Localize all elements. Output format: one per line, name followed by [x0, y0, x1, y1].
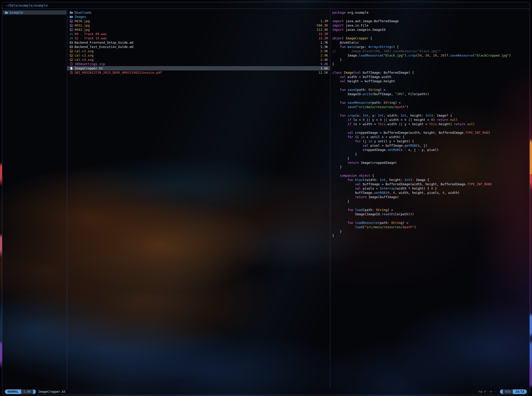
code-line: fun crop(x: Int, y: Int, width: Int, hei… — [330, 113, 529, 118]
file-size-badge: 1.6K — [21, 389, 33, 394]
code-line: buffImage.setRGB(0, 0, width, height, pi… — [330, 191, 529, 195]
powerline-arrow-icon — [33, 389, 36, 394]
code-line: import javax.imageio.ImageIO — [330, 28, 529, 32]
code-line: load("src/main/resources/$path") — [330, 225, 529, 229]
status-right: -rw-r--r-- 93% 14/15 — [476, 389, 527, 394]
code-line: } — [330, 199, 529, 203]
scroll-percent-badge: 93% — [503, 389, 513, 394]
file-name: example — [10, 10, 64, 15]
code-line: for (j in y until y + height) { — [330, 139, 529, 143]
file-row[interactable]: IDEAsettings.zip5.2K — [67, 62, 330, 66]
code-line: import java.io.File — [330, 23, 529, 28]
pdf-icon — [70, 71, 74, 74]
code-line: croppedImage.setRGB(i - x, j - y, pixel) — [330, 148, 529, 152]
file-size: 586.3K — [317, 23, 328, 28]
file-size: 1.3M — [320, 19, 328, 23]
file-name: cal-c1.svg — [74, 49, 317, 53]
file-row[interactable]: SBI_0032013739_2023_DE05_0003155631Invoi… — [67, 70, 330, 75]
preview-pane: package org.example import java.awt.imag… — [330, 9, 529, 389]
file-row[interactable]: cal-c1.svg2.9K — [67, 49, 330, 53]
file-name: cal-c3.svg — [74, 58, 317, 62]
code-line: } — [330, 58, 529, 62]
file-row[interactable]: Images — [67, 15, 330, 19]
code-line: val pixel = buffImage.getRGB(i, j) — [330, 143, 529, 148]
file-row[interactable]: 0042.jpg212.9K — [67, 28, 330, 32]
file-size: 1.6K — [320, 66, 328, 70]
file-name: SBI_0032013739_2023_DE05_0003155631Invoi… — [74, 70, 315, 75]
code-line: import java.awt.image.BufferedImage — [330, 19, 529, 23]
file-name: Downloads — [74, 10, 328, 15]
code-line — [330, 96, 529, 100]
parent-row[interactable]: example — [3, 10, 66, 15]
title-bar: ~/Data/example/example — [2, 2, 529, 9]
wallpaper-edge-right — [530, 0, 532, 396]
code-line: val width = buffImage.width — [330, 75, 529, 79]
code-line: package org.example — [330, 10, 529, 15]
markdown-icon — [70, 41, 74, 44]
yazi-terminal-window: ~/Data/example/example example Downloads… — [2, 2, 530, 395]
code-line — [330, 83, 529, 88]
archive-icon — [70, 62, 74, 66]
file-name: ImageCropper.kt — [74, 66, 317, 70]
audio-icon — [70, 32, 74, 36]
audio-icon — [70, 37, 74, 40]
file-row[interactable]: Backend_Test_Execution_Guide.md1.3K — [67, 45, 330, 49]
parent-pane: example — [2, 9, 67, 389]
status-bar: NORMAL 1.6K ImageCropper.kt -rw-r--r-- 9… — [3, 389, 529, 394]
code-line: fun load(path: String) = — [330, 208, 529, 212]
code-line: Image(ImageIO.read(File(path))) — [330, 212, 529, 216]
code-line: fun saveResource(path: String) = — [330, 100, 529, 105]
file-name: 0031.jpg — [74, 23, 314, 28]
image-icon — [70, 49, 74, 53]
code-line: } — [330, 233, 529, 238]
list-position-badge: 14/15 — [513, 389, 527, 394]
file-size: 1.3K — [320, 45, 328, 49]
file-name: 09 - Track 09.wav — [74, 32, 315, 36]
file-name: cal-c2.svg — [74, 53, 317, 58]
file-row[interactable]: cal-c3.svg2.9K — [67, 58, 330, 62]
file-row[interactable]: 0031.jpg586.3K — [67, 23, 330, 28]
code-line: val buffImage = BufferedImage(width, hei… — [330, 182, 529, 186]
file-name: 0028.jpg — [74, 19, 317, 23]
code-line — [330, 66, 529, 70]
code-line: save("src/main/resources/$path") — [330, 105, 529, 109]
code-file-icon — [70, 67, 74, 70]
file-name: Backend_Frontend_Setup_Guide.md — [74, 40, 317, 45]
panes: example DownloadsImages0028.jpg1.3M0031.… — [2, 9, 529, 389]
code-line: if (x < 0 || y < 0 || width < 0 || heigh… — [330, 118, 529, 122]
code-line: return Image(croppedImage) — [330, 161, 529, 165]
code-line — [330, 126, 529, 130]
file-row[interactable]: 15 - Track 15.wav15.3M — [67, 36, 330, 40]
file-list-pane: DownloadsImages0028.jpg1.3M0031.jpg586.3… — [67, 9, 330, 389]
file-row[interactable]: 0028.jpg1.3M — [67, 19, 330, 23]
file-size: 2.9K — [320, 53, 328, 58]
code-line — [330, 15, 529, 19]
file-size: 212.9K — [317, 28, 328, 32]
code-line: fun save(path: String) = — [330, 88, 529, 92]
current-path: ~/Data/example/example — [6, 4, 48, 7]
file-size: 15.3M — [318, 32, 328, 36]
file-size: 5.2K — [320, 62, 328, 66]
file-row[interactable]: ImageCropper.kt1.6K — [67, 66, 330, 70]
code-line: ImageIO.write(buffImage, "JPG", File(pat… — [330, 92, 529, 96]
folder-download-icon — [70, 11, 74, 14]
code-line: if (x + width > this.width || y + height… — [330, 122, 529, 126]
code-line: return Image(buffImage) — [330, 195, 529, 199]
image-icon — [70, 19, 74, 23]
image-icon — [70, 58, 74, 61]
image-icon — [70, 28, 74, 31]
file-row[interactable]: cal-c2.svg2.9K — [67, 53, 330, 58]
file-row[interactable]: Backend_Frontend_Setup_Guide.md1.7K — [67, 40, 330, 45]
code-line: class Image(val buffImage: BufferedImage… — [330, 70, 529, 75]
code-line: Image.loadResource("black.jpg").crop(50,… — [330, 53, 529, 58]
code-line: } — [330, 229, 529, 233]
file-name: 15 - Track 15.wav — [74, 36, 315, 40]
code-line: } — [330, 165, 529, 169]
file-size: 12.5K — [318, 70, 328, 75]
code-line: fun black(width: Int, height: Int): Imag… — [330, 178, 529, 182]
file-row[interactable]: 09 - Track 09.wav15.3M — [67, 32, 330, 36]
code-line — [330, 203, 529, 208]
file-row[interactable]: Downloads — [67, 10, 330, 15]
file-name: Images — [74, 15, 328, 19]
code-line: } — [330, 62, 529, 66]
